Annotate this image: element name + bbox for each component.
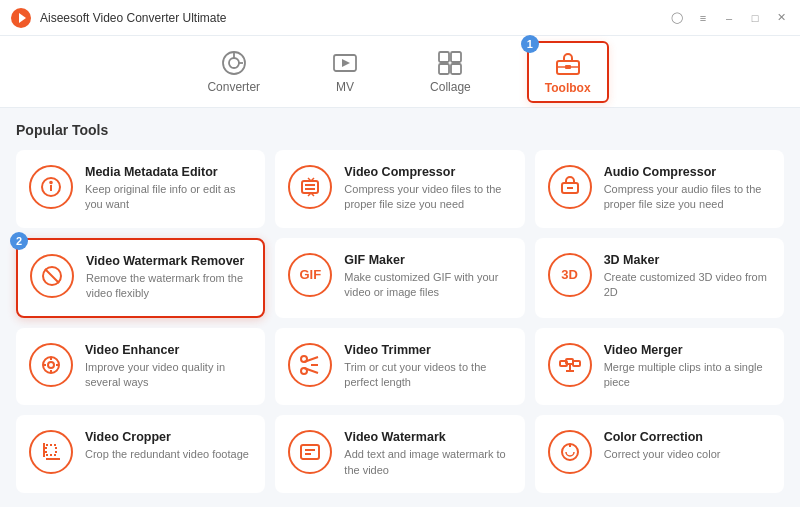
tool-card-video-trimmer[interactable]: Video TrimmerTrim or cut your videos to … <box>275 328 524 406</box>
tool-card-gif-maker[interactable]: GIFGIF MakerMake customized GIF with you… <box>275 238 524 318</box>
enhancer-icon <box>29 343 73 387</box>
tools-grid: Media Metadata EditorKeep original file … <box>16 150 784 493</box>
tool-name-video-watermark-remover: Video Watermark Remover <box>86 254 251 268</box>
gif-icon: GIF <box>288 253 332 297</box>
title-bar: Aiseesoft Video Converter Ultimate ◯ ≡ –… <box>0 0 800 36</box>
tool-desc-video-watermark-remover: Remove the watermark from the video flex… <box>86 271 251 302</box>
svg-rect-41 <box>46 445 56 455</box>
app-title: Aiseesoft Video Converter Ultimate <box>40 11 668 25</box>
nav-collage[interactable]: Collage <box>414 44 487 100</box>
tool-card-audio-compressor[interactable]: Audio CompressorCompress your audio file… <box>535 150 784 228</box>
merge-icon <box>548 343 592 387</box>
tool-badge-video-watermark-remover: 2 <box>10 232 28 250</box>
tool-text-media-metadata-editor: Media Metadata EditorKeep original file … <box>85 165 252 213</box>
tool-card-video-enhancer[interactable]: Video EnhancerImprove your video quality… <box>16 328 265 406</box>
mv-label: MV <box>336 80 354 94</box>
tool-card-video-watermark-remover[interactable]: 2Video Watermark RemoverRemove the water… <box>16 238 265 318</box>
nav-converter[interactable]: Converter <box>191 44 276 100</box>
tool-desc-video-enhancer: Improve your video quality in several wa… <box>85 360 252 391</box>
tool-desc-audio-compressor: Compress your audio files to the proper … <box>604 182 771 213</box>
converter-icon <box>221 50 247 76</box>
watermark-remove-icon <box>30 254 74 298</box>
close-btn[interactable]: ✕ <box>772 9 790 27</box>
svg-point-25 <box>48 362 54 368</box>
tool-text-video-enhancer: Video EnhancerImprove your video quality… <box>85 343 252 391</box>
toolbox-label: Toolbox <box>545 81 591 95</box>
tool-text-video-merger: Video MergerMerge multiple clips into a … <box>604 343 771 391</box>
toolbox-badge: 1 <box>521 35 539 53</box>
svg-rect-10 <box>451 64 461 74</box>
tool-card-video-compressor[interactable]: Video CompressorCompress your video file… <box>275 150 524 228</box>
tool-card-color-correction[interactable]: Color CorrectionCorrect your video color <box>535 415 784 493</box>
tool-name-video-watermark: Video Watermark <box>344 430 511 444</box>
svg-point-16 <box>50 182 52 184</box>
tool-text-video-compressor: Video CompressorCompress your video file… <box>344 165 511 213</box>
svg-rect-8 <box>451 52 461 62</box>
crop-icon <box>29 430 73 474</box>
tool-desc-gif-maker: Make customized GIF with your video or i… <box>344 270 511 301</box>
compress-a-icon <box>548 165 592 209</box>
tool-text-video-trimmer: Video TrimmerTrim or cut your videos to … <box>344 343 511 391</box>
chat-btn[interactable]: ◯ <box>668 9 686 27</box>
tool-text-gif-maker: GIF MakerMake customized GIF with your v… <box>344 253 511 301</box>
section-title: Popular Tools <box>16 122 784 138</box>
collage-label: Collage <box>430 80 471 94</box>
window-controls: ◯ ≡ – □ ✕ <box>668 9 790 27</box>
tool-text-video-cropper: Video CropperCrop the redundant video fo… <box>85 430 249 462</box>
trim-icon <box>288 343 332 387</box>
tool-desc-video-merger: Merge multiple clips into a single piece <box>604 360 771 391</box>
color-icon <box>548 430 592 474</box>
toolbox-icon <box>554 49 582 77</box>
tool-text-video-watermark: Video WatermarkAdd text and image waterm… <box>344 430 511 478</box>
tool-name-3d-maker: 3D Maker <box>604 253 771 267</box>
svg-rect-17 <box>302 181 318 193</box>
tool-name-video-trimmer: Video Trimmer <box>344 343 511 357</box>
nav-toolbox[interactable]: 1 Toolbox <box>527 41 609 103</box>
tool-card-3d-maker[interactable]: 3D3D MakerCreate customized 3D video fro… <box>535 238 784 318</box>
tool-card-video-cropper[interactable]: Video CropperCrop the redundant video fo… <box>16 415 265 493</box>
nav-mv[interactable]: MV <box>316 44 374 100</box>
mv-icon <box>332 50 358 76</box>
tool-card-media-metadata-editor[interactable]: Media Metadata EditorKeep original file … <box>16 150 265 228</box>
tool-name-gif-maker: GIF Maker <box>344 253 511 267</box>
tool-card-video-watermark[interactable]: Video WatermarkAdd text and image waterm… <box>275 415 524 493</box>
svg-rect-37 <box>573 361 580 366</box>
app-logo <box>10 7 32 29</box>
tool-desc-video-trimmer: Trim or cut your videos to the perfect l… <box>344 360 511 391</box>
menu-btn[interactable]: ≡ <box>694 9 712 27</box>
nav-bar: Converter MV Collage 1 Toolbox <box>0 36 800 108</box>
tool-name-media-metadata-editor: Media Metadata Editor <box>85 165 252 179</box>
tool-desc-media-metadata-editor: Keep original file info or edit as you w… <box>85 182 252 213</box>
maximize-btn[interactable]: □ <box>746 9 764 27</box>
tool-name-audio-compressor: Audio Compressor <box>604 165 771 179</box>
tool-text-audio-compressor: Audio CompressorCompress your audio file… <box>604 165 771 213</box>
tool-name-video-compressor: Video Compressor <box>344 165 511 179</box>
tool-name-color-correction: Color Correction <box>604 430 721 444</box>
tool-name-video-cropper: Video Cropper <box>85 430 249 444</box>
tool-desc-video-watermark: Add text and image watermark to the vide… <box>344 447 511 478</box>
3d-icon: 3D <box>548 253 592 297</box>
tool-text-color-correction: Color CorrectionCorrect your video color <box>604 430 721 462</box>
svg-line-23 <box>45 269 59 283</box>
tool-desc-video-compressor: Compress your video files to the proper … <box>344 182 511 213</box>
tool-name-video-enhancer: Video Enhancer <box>85 343 252 357</box>
tool-text-3d-maker: 3D MakerCreate customized 3D video from … <box>604 253 771 301</box>
svg-rect-7 <box>439 52 449 62</box>
tool-name-video-merger: Video Merger <box>604 343 771 357</box>
svg-rect-13 <box>565 65 571 69</box>
svg-rect-9 <box>439 64 449 74</box>
svg-rect-42 <box>301 445 319 459</box>
svg-point-3 <box>229 58 239 68</box>
tool-desc-color-correction: Correct your video color <box>604 447 721 462</box>
converter-label: Converter <box>207 80 260 94</box>
tool-desc-3d-maker: Create customized 3D video from 2D <box>604 270 771 301</box>
tool-desc-video-cropper: Crop the redundant video footage <box>85 447 249 462</box>
main-content: Popular Tools Media Metadata EditorKeep … <box>0 108 800 507</box>
tool-text-video-watermark-remover: Video Watermark RemoverRemove the waterm… <box>86 254 251 302</box>
tool-card-video-merger[interactable]: Video MergerMerge multiple clips into a … <box>535 328 784 406</box>
compress-v-icon <box>288 165 332 209</box>
watermark-icon <box>288 430 332 474</box>
collage-icon <box>437 50 463 76</box>
minimize-btn[interactable]: – <box>720 9 738 27</box>
info-icon <box>29 165 73 209</box>
